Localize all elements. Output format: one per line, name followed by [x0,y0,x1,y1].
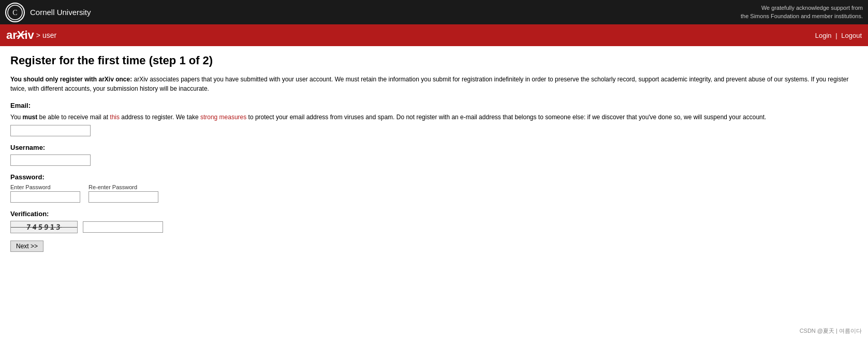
verification-section: Verification: 745913 [10,210,858,233]
verification-label: Verification: [10,210,858,218]
this-link[interactable]: this [110,114,120,121]
repassword-input[interactable] [89,191,158,203]
logout-link[interactable]: Logout [841,32,862,39]
top-bar-left: C Cornell University [5,3,91,22]
cornell-logo: C [5,3,25,22]
verification-fields: 745913 [10,221,858,233]
email-section: Email: You must be able to receive mail … [10,102,858,136]
arxiv-x: X [17,29,25,42]
nav-bar: ar X iv > user Login | Logout [0,24,868,46]
strong-measures-link[interactable]: strong measures [200,114,246,121]
password-input[interactable] [10,191,80,203]
svg-text:C: C [12,9,17,17]
captcha-text: 745913 [26,223,62,231]
top-bar: C Cornell University We gratefully ackno… [0,0,868,24]
username-input[interactable] [10,154,91,166]
nav-links: Login | Logout [815,32,862,39]
arxiv-logo: ar X iv > user [6,29,56,42]
email-label: Email: [10,102,858,109]
email-input[interactable] [10,125,91,136]
captcha-box: 745913 [10,221,78,233]
password-group: Enter Password [10,184,80,203]
support-text: We gratefully acknowledge support from t… [741,4,863,20]
main-content: Register for the first time (step 1 of 2… [0,46,868,260]
cornell-university-name: Cornell University [30,8,91,17]
captcha-input[interactable] [83,221,163,233]
email-description: You must be able to receive mail at this… [10,112,858,122]
username-section: Username: [10,144,858,166]
password-section: Password: Enter Password Re-enter Passwo… [10,173,858,203]
arxiv-iv: iv [24,29,34,42]
arxiv-ar: ar [6,29,17,42]
enter-password-label: Enter Password [10,184,80,190]
next-button[interactable]: Next >> [10,241,43,252]
intro-paragraph: You should only register with arXiv once… [10,75,858,93]
password-fields: Enter Password Re-enter Password [10,184,858,203]
nav-separator: | [835,32,837,39]
reenter-password-label: Re-enter Password [89,184,158,190]
password-label: Password: [10,173,858,181]
page-title: Register for the first time (step 1 of 2… [10,54,858,67]
login-link[interactable]: Login [815,32,832,39]
nav-breadcrumb: > user [36,31,56,39]
repassword-group: Re-enter Password [89,184,158,203]
username-label: Username: [10,144,858,151]
